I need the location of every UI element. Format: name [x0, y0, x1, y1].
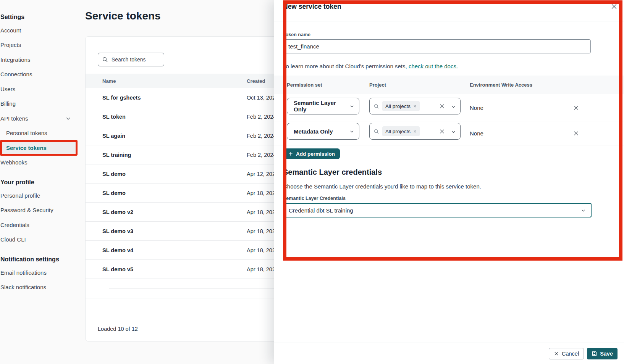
permission-docs-text: To learn more about dbt Cloud's permissi… [283, 63, 458, 69]
chevron-down-icon [581, 208, 586, 213]
token-name-cell: SL demo [102, 164, 126, 184]
plus-icon [288, 151, 293, 156]
sidebar-item-users[interactable]: Users [0, 82, 81, 97]
token-name-cell: SL demo v4 [102, 241, 133, 260]
permission-set-value: Semantic Layer Only [294, 100, 349, 113]
sidebar-item-connections[interactable]: Connections [0, 67, 81, 82]
column-header-created: Created [247, 74, 265, 88]
chevron-down-icon [349, 129, 354, 134]
chevron-down-icon[interactable] [451, 104, 456, 109]
chevron-down-icon [65, 116, 71, 121]
project-combobox[interactable]: All projects [369, 98, 461, 114]
token-name-cell: SL demo v3 [102, 222, 133, 241]
sidebar-item-email-notifications[interactable]: Email notifications [0, 265, 81, 280]
load-status: Loaded 10 of 12 [98, 326, 138, 332]
sidebar-item-password-security[interactable]: Password & Security [0, 203, 81, 218]
token-name-cell: SL token [102, 107, 126, 126]
permission-row: Metadata Only All projects None [274, 121, 624, 145]
token-name-cell: SL for gsheets [102, 88, 141, 107]
docs-link[interactable]: check out the docs. [409, 63, 458, 69]
project-combobox[interactable]: All projects [369, 123, 461, 140]
clear-selection-icon[interactable] [439, 103, 445, 110]
sidebar-item-projects[interactable]: Projects [0, 38, 81, 53]
environment-write-access-value: None [470, 94, 483, 121]
remove-permission-icon[interactable] [573, 94, 579, 121]
sidebar-item-service-tokens[interactable]: Service tokens [0, 140, 77, 155]
sidebar-item-billing[interactable]: Billing [0, 97, 81, 111]
chip-remove-icon[interactable] [413, 105, 417, 108]
close-icon[interactable] [610, 2, 619, 11]
token-name-cell: SL demo v5 [102, 260, 133, 279]
permission-row: Semantic Layer Only All projects None [274, 94, 624, 121]
column-header-project: Project [369, 76, 386, 94]
chevron-down-icon [349, 104, 354, 109]
column-header-name: Name [102, 74, 116, 88]
sidebar-item-webhooks[interactable]: Webhooks [0, 155, 81, 170]
clear-selection-icon[interactable] [439, 128, 445, 135]
drawer-title: New service token [283, 3, 341, 11]
permission-set-value: Metadata Only [294, 128, 333, 135]
semantic-layer-credentials-select[interactable]: Credential dbt SL training [283, 203, 592, 217]
search-icon [373, 103, 379, 109]
sidebar-item-slack-notifications[interactable]: Slack notifications [0, 280, 81, 295]
sidebar-item-cloud-cli[interactable]: Cloud CLI [0, 232, 81, 247]
save-button[interactable]: Save [587, 348, 618, 359]
project-chip: All projects [382, 126, 420, 136]
project-chip: All projects [382, 101, 420, 111]
chip-remove-icon[interactable] [413, 130, 417, 133]
permission-set-select[interactable]: Metadata Only [287, 123, 359, 140]
save-floppy-icon [592, 351, 597, 356]
chevron-down-icon[interactable] [451, 129, 456, 134]
semantic-layer-credentials-label: Semantic Layer Credentials [283, 196, 346, 201]
sidebar-heading-notification-settings: Notification settings [0, 254, 81, 265]
permissions-table-header: Permission set Project Environment Write… [274, 76, 624, 94]
drawer-footer: Cancel Save [274, 343, 624, 364]
sidebar-item-api-tokens[interactable]: API tokens [0, 111, 81, 126]
column-header-permission-set: Permission set [287, 76, 322, 94]
token-name-cell: SL demo [102, 184, 126, 203]
sidebar-item-account[interactable]: Account [0, 23, 81, 38]
sidebar-item-integrations[interactable]: Integrations [0, 52, 81, 67]
search-input[interactable] [112, 56, 160, 63]
sidebar-heading-your-profile: Your profile [0, 177, 81, 188]
new-service-token-drawer: New service token Token name To learn mo… [274, 0, 624, 364]
token-name-cell: SL training [102, 145, 131, 164]
sidebar-item-personal-tokens[interactable]: Personal tokens [0, 126, 81, 141]
search-icon [102, 56, 108, 63]
permission-set-select[interactable]: Semantic Layer Only [287, 98, 359, 114]
environment-write-access-value: None [470, 121, 483, 145]
column-header-environment-write-access: Environment Write Access [470, 76, 532, 94]
token-name-cell: SL again [102, 126, 125, 145]
sidebar-item-credentials[interactable]: Credentials [0, 217, 81, 232]
search-tokens-box[interactable] [98, 53, 164, 66]
search-icon [373, 129, 379, 134]
sidebar-item-personal-profile[interactable]: Personal profile [0, 188, 81, 203]
add-permission-button[interactable]: Add permission [283, 148, 340, 159]
token-name-cell: SL demo v2 [102, 203, 133, 222]
page-title: Service tokens [85, 10, 161, 22]
cancel-button[interactable]: Cancel [549, 348, 584, 359]
close-icon [554, 351, 559, 356]
token-name-input[interactable] [283, 39, 591, 53]
credentials-selected-value: Credential dbt SL training [289, 207, 353, 214]
semantic-layer-credentials-heading: Semantic Layer credentials [283, 168, 382, 177]
settings-sidebar: Settings Account Projects Integrations C… [0, 0, 81, 295]
token-name-label: Token name [283, 32, 310, 37]
drawer-header-divider [274, 21, 624, 21]
remove-permission-icon[interactable] [573, 121, 579, 145]
semantic-layer-credentials-description: Choose the Semantic Layer credentials yo… [283, 183, 481, 190]
sidebar-heading-settings: Settings [0, 11, 81, 23]
